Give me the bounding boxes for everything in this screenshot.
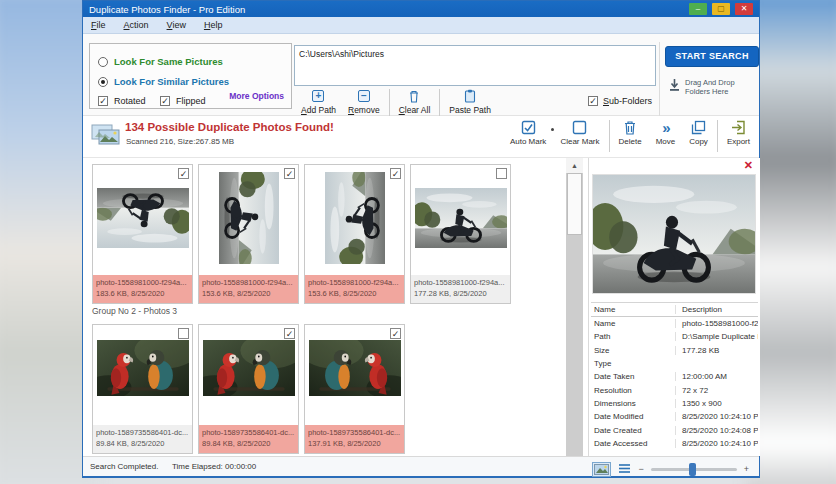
start-search-button[interactable]: START SEARCH (665, 46, 759, 67)
photo-name: photo-1558981000-f294a... (202, 277, 295, 288)
photo-checkbox[interactable] (178, 328, 189, 339)
export-button[interactable]: Export (720, 119, 757, 146)
empty-box-icon (572, 119, 587, 136)
photo-checkbox[interactable] (284, 328, 295, 339)
menu-action[interactable]: Action (124, 20, 149, 30)
photo-thumb[interactable] (305, 165, 404, 271)
maximize-button[interactable]: ▢ (712, 3, 730, 15)
clear-mark-button[interactable]: Clear Mark (553, 119, 606, 146)
details-header-name: Name (591, 305, 675, 314)
paste-path-label: Paste Path (449, 105, 491, 115)
radio-same-pictures[interactable]: Look For Same Pictures (98, 56, 223, 67)
radio-same-label: Look For Same Pictures (114, 56, 223, 67)
clear-all-button[interactable]: Clear All (393, 89, 437, 115)
menu-bar: File Action View Help (83, 17, 759, 34)
close-preview-icon[interactable]: ✕ (744, 159, 753, 172)
auto-mark-label: Auto Mark (510, 137, 546, 146)
search-mode-groupbox: Look For Same Pictures Look For Similar … (89, 43, 292, 109)
checkbox-icon[interactable] (160, 96, 170, 106)
remove-icon: − (358, 90, 370, 102)
detail-label: Path (591, 332, 675, 341)
radio-icon-selected[interactable] (98, 77, 108, 87)
detail-label: Name (591, 319, 675, 328)
add-icon: + (312, 90, 324, 102)
photo-checkbox[interactable] (390, 168, 401, 179)
list-view-icon[interactable] (618, 460, 631, 478)
details-header-desc: Description (675, 305, 758, 314)
photo-label: photo-1558981000-f294a... 153.6 KB, 8/25… (199, 275, 298, 303)
remove-label: Remove (348, 105, 380, 115)
delete-label: Delete (619, 137, 642, 146)
zoom-out-icon[interactable]: − (638, 465, 643, 474)
add-path-button[interactable]: + Add Path (295, 89, 342, 115)
details-row: Date Modified 8/25/2020 10:24:10 PM (591, 410, 758, 423)
minimize-button[interactable]: – (689, 3, 707, 15)
details-row: Name photo-1558981000-f294a... (591, 317, 758, 330)
photo-card[interactable]: photo-1589735586401-dc... 137.91 KB, 8/2… (304, 324, 405, 454)
zoom-in-icon[interactable]: + (744, 465, 749, 474)
photo-thumb[interactable] (411, 165, 510, 271)
detail-label: Resolution (591, 386, 675, 395)
photo-name: photo-1558981000-f294a... (96, 277, 189, 288)
auto-mark-button[interactable]: Auto Mark (503, 119, 553, 146)
menu-file[interactable]: File (91, 20, 106, 30)
checkbox-flipped[interactable]: Flipped (160, 96, 206, 106)
app-window: Duplicate Photos Finder - Pro Edition – … (82, 0, 760, 478)
move-label: Move (656, 137, 676, 146)
dragdrop-line1: Drag And Drop (685, 78, 735, 87)
checkbox-icon[interactable] (588, 96, 598, 106)
path-value: C:\Users\Ashi\Pictures (299, 49, 384, 59)
photo-label: photo-1589735586401-dc... 137.91 KB, 8/2… (305, 425, 404, 453)
window-title: Duplicate Photos Finder - Pro Edition (83, 4, 245, 15)
scrollbar-thumb[interactable] (567, 173, 582, 235)
menu-help[interactable]: Help (204, 20, 223, 30)
zoom-slider[interactable] (651, 468, 737, 471)
more-options-link[interactable]: More Options (229, 91, 284, 101)
checkbox-rotated[interactable]: Rotated (98, 96, 146, 106)
results-header: 134 Possible Duplicate Photos Found! Sca… (83, 116, 759, 158)
photo-card[interactable]: photo-1589735586401-dc... 89.84 KB, 8/25… (92, 324, 193, 454)
thumbnail-view-icon[interactable] (592, 462, 611, 477)
photo-card[interactable]: photo-1558981000-f294a... 153.6 KB, 8/25… (198, 164, 299, 304)
photo-checkbox[interactable] (178, 168, 189, 179)
results-title: 134 Possible Duplicate Photos Found! (125, 121, 334, 133)
details-row: Date Taken 12:00:00 AM (591, 370, 758, 383)
flipped-label: Flipped (176, 96, 206, 106)
group-header: Group No 2 - Photos 3 (92, 306, 177, 316)
path-list-box[interactable]: C:\Users\Ashi\Pictures (294, 45, 656, 86)
scroll-up-arrow-icon[interactable]: ▲ (566, 158, 583, 173)
photo-name: photo-1589735586401-dc... (308, 427, 401, 438)
photo-thumb[interactable] (199, 165, 298, 271)
paste-path-button[interactable]: Paste Path (443, 89, 497, 115)
drop-arrow-icon (669, 78, 680, 96)
delete-button[interactable]: Delete (612, 119, 649, 146)
photo-label: photo-1558981000-f294a... 177.28 KB, 8/2… (411, 275, 510, 303)
photo-card[interactable]: photo-1558981000-f294a... 177.28 KB, 8/2… (410, 164, 511, 304)
photo-card[interactable]: photo-1558981000-f294a... 153.6 KB, 8/25… (304, 164, 405, 304)
subfolders-checkbox[interactable]: Sub-Folders (588, 96, 652, 106)
preview-image (592, 174, 756, 294)
dragdrop-line2: Folders Here (685, 87, 728, 96)
divider (717, 120, 718, 152)
photo-thumb[interactable] (93, 165, 192, 271)
move-button[interactable]: » Move (649, 119, 683, 146)
results-subtitle: Scanned 216, Size:267.85 MB (126, 137, 234, 146)
photo-label: photo-1558981000-f294a... 183.6 KB, 8/25… (93, 275, 192, 303)
path-buttons-row: + Add Path − Remove Clear All Paste Path (295, 89, 497, 119)
add-path-label: Add Path (301, 105, 336, 115)
photo-checkbox[interactable] (284, 168, 295, 179)
remove-path-button[interactable]: − Remove (342, 89, 386, 115)
close-button[interactable]: ✕ (735, 3, 753, 15)
photo-checkbox[interactable] (390, 328, 401, 339)
zoom-slider-thumb[interactable] (689, 463, 696, 476)
copy-button[interactable]: Copy (682, 119, 715, 146)
radio-icon[interactable] (98, 57, 108, 67)
menu-view[interactable]: View (167, 20, 186, 30)
photo-size: 89.84 KB, 8/25/2020 (96, 438, 189, 449)
photo-card[interactable]: photo-1558981000-f294a... 183.6 KB, 8/25… (92, 164, 193, 304)
photo-checkbox[interactable] (496, 168, 507, 179)
checkbox-icon[interactable] (98, 96, 108, 106)
vertical-scrollbar[interactable]: ▲ (566, 158, 583, 456)
photo-card[interactable]: photo-1589735586401-dc... 89.84 KB, 8/25… (198, 324, 299, 454)
radio-similar-pictures[interactable]: Look For Similar Pictures (98, 76, 229, 87)
